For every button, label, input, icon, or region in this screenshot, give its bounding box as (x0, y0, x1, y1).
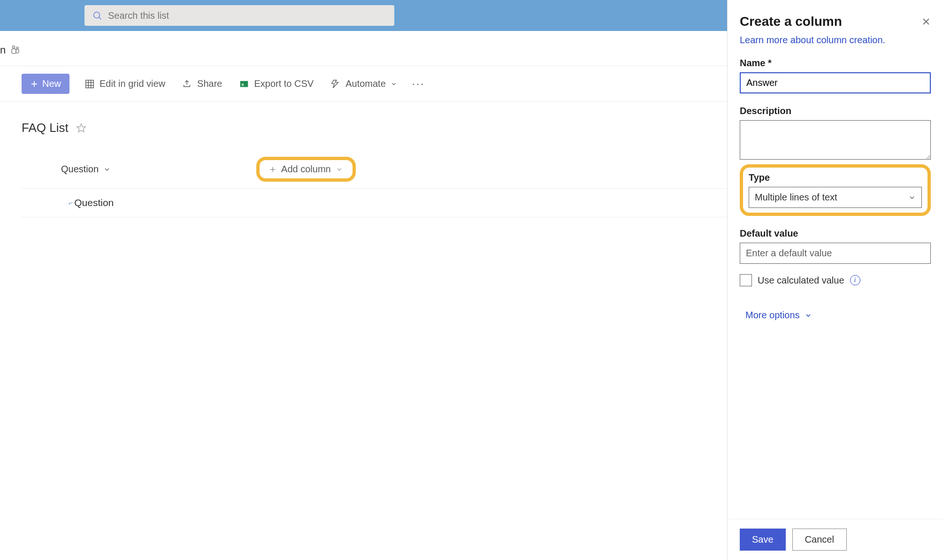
list-title: FAQ List (22, 121, 69, 135)
name-input[interactable] (740, 72, 931, 93)
svg-rect-4 (12, 49, 16, 54)
panel-title-row: Create a column (740, 14, 931, 29)
plus-icon (30, 80, 38, 88)
export-label: Export to CSV (254, 78, 314, 89)
excel-icon: x (239, 79, 249, 89)
svg-rect-5 (16, 49, 19, 53)
name-label: Name * (740, 58, 931, 69)
share-button[interactable]: Share (180, 76, 224, 92)
column-question-label: Question (61, 164, 99, 175)
item-marker-icon: ⌐ (69, 199, 72, 207)
new-label: New (42, 78, 61, 89)
share-label: Share (197, 78, 222, 89)
search-input[interactable] (108, 10, 387, 21)
description-textarea[interactable] (740, 120, 931, 160)
item-text: Question (74, 197, 114, 208)
svg-point-2 (13, 46, 15, 48)
close-icon[interactable] (921, 17, 931, 26)
search-icon (92, 10, 102, 21)
column-question-header[interactable]: Question (61, 164, 111, 175)
automate-icon (330, 79, 341, 89)
type-label: Type (749, 172, 922, 183)
export-button[interactable]: x Export to CSV (237, 76, 315, 92)
new-button[interactable]: New (22, 74, 69, 94)
more-actions[interactable]: ··· (412, 78, 425, 90)
svg-marker-15 (77, 123, 85, 131)
svg-point-0 (94, 12, 100, 18)
panel-body: Create a column Learn more about column … (728, 0, 943, 236)
svg-rect-8 (86, 80, 94, 88)
default-value-label: Default value (740, 228, 931, 236)
learn-more-link[interactable]: Learn more about column creation. (740, 35, 885, 46)
automate-button[interactable]: Automate (329, 76, 399, 92)
create-column-panel: Create a column Learn more about column … (727, 0, 943, 236)
chevron-down-icon (908, 194, 916, 201)
chevron-down-icon (391, 81, 397, 87)
chevron-down-icon (103, 166, 111, 173)
plus-icon (269, 166, 276, 173)
share-icon (182, 79, 192, 89)
edit-grid-label: Edit in grid view (100, 78, 165, 89)
automate-label: Automate (345, 78, 386, 89)
description-label: Description (740, 106, 931, 116)
type-value: Multiple lines of text (755, 192, 837, 203)
add-column-button[interactable]: Add column (256, 157, 356, 182)
chevron-down-icon (336, 166, 343, 173)
svg-line-1 (99, 17, 101, 20)
svg-point-3 (16, 47, 18, 49)
panel-title: Create a column (740, 14, 842, 29)
add-column-label: Add column (281, 164, 331, 175)
teams-icon (9, 45, 21, 56)
teams-label-text: n (0, 44, 6, 56)
type-section: Type Multiple lines of text (740, 164, 931, 216)
grid-icon (84, 79, 95, 89)
search-box[interactable] (84, 5, 394, 26)
star-icon[interactable] (76, 123, 86, 133)
edit-grid-button[interactable]: Edit in grid view (83, 76, 167, 92)
type-dropdown[interactable]: Multiple lines of text (749, 187, 922, 208)
